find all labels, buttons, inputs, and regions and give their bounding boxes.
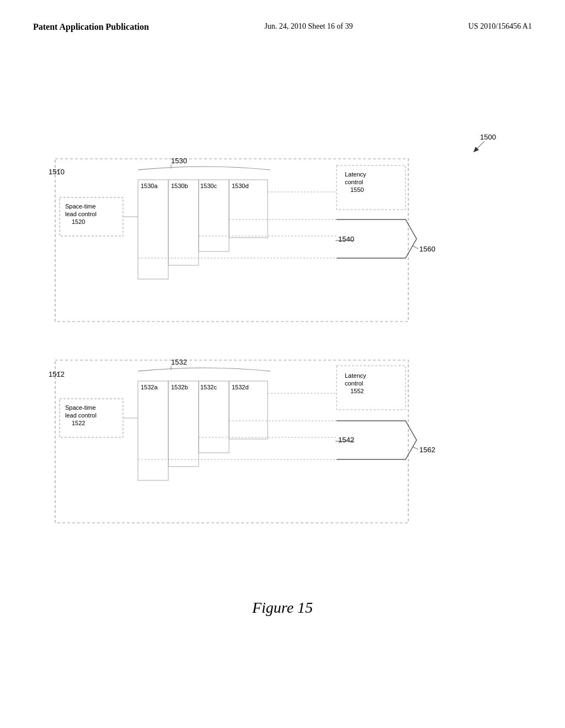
label-1542: 1542 <box>338 436 354 444</box>
label-1550-line1: Latency <box>345 171 366 178</box>
label-1532c: 1532c <box>200 384 217 390</box>
label-1552-line1: Latency <box>345 372 366 379</box>
label-1560: 1560 <box>419 245 435 253</box>
figure-caption: Figure 15 <box>252 599 313 617</box>
label-1550-line2: control <box>345 179 363 185</box>
diagram-area: 1500 1510 Space-time lead control 1520 1… <box>0 43 565 650</box>
patent-diagram-svg: 1500 1510 Space-time lead control 1520 1… <box>0 43 565 650</box>
label-1532d: 1532d <box>232 384 249 390</box>
label-1562: 1562 <box>419 446 435 454</box>
label-1532a: 1532a <box>141 384 158 390</box>
box-1530a <box>138 180 168 279</box>
box-1530c <box>199 180 229 251</box>
label-1520-line2: lead control <box>65 211 97 217</box>
box-1530b <box>168 180 199 265</box>
label-1532b: 1532b <box>171 384 188 390</box>
label-1520-line1: Space-time <box>65 203 96 210</box>
arrow-1562 <box>413 447 418 449</box>
label-1522-line1: Space-time <box>65 404 96 411</box>
label-1552-line3: 1552 <box>350 388 364 394</box>
label-1500: 1500 <box>480 133 496 141</box>
label-1550-line3: 1550 <box>350 186 364 193</box>
label-1530b: 1530b <box>171 183 188 189</box>
label-1530a: 1530a <box>141 183 158 189</box>
arrow-1560 <box>413 246 418 249</box>
label-1522-line2: lead control <box>65 412 97 419</box>
label-1522-line3: 1522 <box>72 420 85 426</box>
brace-1530 <box>138 167 270 170</box>
brace-1532 <box>138 368 270 371</box>
publication-info: Jun. 24, 2010 Sheet 16 of 39 <box>264 22 353 31</box>
label-1530: 1530 <box>171 157 187 165</box>
publication-title: Patent Application Publication <box>33 22 149 32</box>
page-header: Patent Application Publication Jun. 24, … <box>0 0 565 32</box>
label-1520-line3: 1520 <box>72 218 85 225</box>
box-1532c <box>199 381 229 453</box>
label-1540: 1540 <box>338 235 354 243</box>
box-1532b <box>168 381 199 467</box>
label-1552-line2: control <box>345 380 363 387</box>
label-1532: 1532 <box>171 358 187 366</box>
label-1530c: 1530c <box>200 183 217 189</box>
box-1532a <box>138 381 168 480</box>
label-1530d: 1530d <box>232 183 249 189</box>
patent-number: US 2010/156456 A1 <box>468 22 532 31</box>
